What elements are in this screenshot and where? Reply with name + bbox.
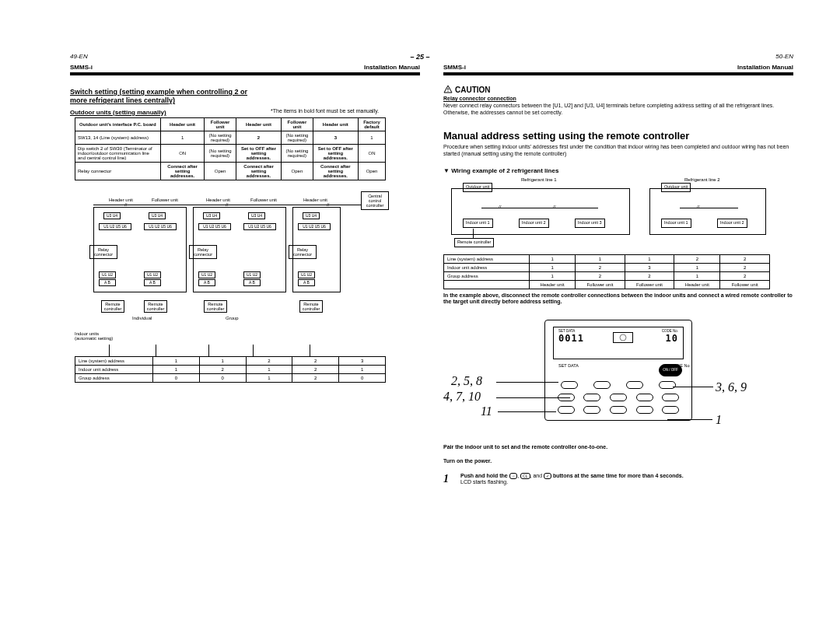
manual-label: Installation Manual bbox=[364, 64, 420, 71]
addr-cell: 1 bbox=[339, 365, 386, 373]
unit-label: Follower unit bbox=[250, 198, 277, 202]
addr-cell: 2 bbox=[576, 263, 625, 271]
remote-btn bbox=[593, 381, 611, 389]
codeno-label: CODE No. bbox=[662, 329, 678, 333]
addr-cell: 1 bbox=[674, 263, 720, 271]
remote-btn bbox=[583, 406, 600, 414]
smms-label: SMMS-i bbox=[443, 64, 466, 71]
page-top-num: 49-EN bbox=[70, 53, 88, 60]
onoff-button: ON / OFF bbox=[663, 368, 678, 372]
wiring-group: Outdoor unit Indoor unit 1 Indoor unit 2… bbox=[649, 188, 766, 235]
terminal-box: A B bbox=[198, 279, 215, 286]
settings-cell: (No setting required) bbox=[205, 144, 236, 162]
addr-cell: 1 bbox=[199, 356, 246, 365]
callout-c: 11 bbox=[481, 404, 492, 418]
addr-label: Group address bbox=[75, 373, 153, 382]
addr-label: Indoor unit address bbox=[75, 365, 153, 373]
terminal-box: U1 U2 U5 U6 bbox=[99, 223, 131, 230]
addr-cell: 3 bbox=[339, 356, 386, 365]
addr-cell: Header unit bbox=[530, 280, 576, 289]
relay-connector-box: Relay connector bbox=[289, 245, 317, 259]
outdoor-unit-box: Outdoor unit bbox=[463, 183, 492, 192]
header-rule bbox=[443, 72, 793, 75]
remote-btn bbox=[659, 381, 676, 389]
wiring-group: Outdoor unit Indoor unit 1 Indoor unit 2… bbox=[451, 188, 630, 235]
settings-cell: Open bbox=[358, 162, 385, 180]
indoor-unit-box: Indoor unit 2 bbox=[717, 219, 747, 228]
callout-b: 4, 7, 10 bbox=[443, 390, 481, 404]
remote-btn bbox=[662, 394, 679, 401]
indoor-unit-box: Indoor unit 3 bbox=[575, 219, 605, 228]
settings-label: Relay connector bbox=[75, 162, 161, 180]
svg-point-1 bbox=[448, 91, 449, 92]
remote-box: Remote controller bbox=[204, 300, 227, 313]
settings-header-row: Outdoor unit's interface P.C. board Head… bbox=[75, 117, 386, 131]
settings-label: Dip switch 2 of SW30 (Terminator of indo… bbox=[75, 144, 161, 162]
addr-cell: 2 bbox=[199, 365, 246, 373]
lcd-right-value: 10 bbox=[662, 333, 678, 344]
settings-row: SW13, 14 (Line (system) address) 1 (No s… bbox=[75, 131, 386, 144]
table-row: Line (system) address11122 bbox=[444, 254, 770, 263]
addr-cell: 0 bbox=[339, 373, 386, 382]
addr-cell: 0 bbox=[153, 373, 200, 382]
settings-cell: 2 bbox=[236, 131, 281, 144]
group-label: Group bbox=[226, 316, 239, 320]
remote-controller-box: Remote controller bbox=[454, 238, 494, 247]
smms-label: SMMS-i bbox=[70, 64, 93, 71]
addr-label: Group address bbox=[444, 271, 530, 280]
remote-btn bbox=[636, 406, 653, 414]
addr-cell: Follower unit bbox=[576, 280, 625, 289]
refrigerant-label: Refrigerant line 2 bbox=[684, 177, 720, 182]
indoor-note: Indoor units (automatic setting) bbox=[75, 331, 113, 341]
address-table: Line (system) address 1 1 2 2 3 Indoor u… bbox=[75, 356, 386, 383]
caution-paragraph: Never connect relay connectors between t… bbox=[443, 103, 774, 115]
terminal-box: U3 U4 bbox=[203, 212, 220, 219]
addr-label: Line (system) address bbox=[444, 254, 530, 263]
settings-hdr: Outdoor unit's interface P.C. board bbox=[75, 117, 161, 131]
terminal-box: U1 U2 U5 U6 bbox=[198, 223, 231, 230]
table-row: Indoor unit address 1 2 1 2 1 bbox=[75, 365, 386, 373]
addr-cell: 0 bbox=[199, 373, 246, 382]
settings-cell: Open bbox=[282, 162, 313, 180]
button-icon: CL bbox=[520, 473, 530, 479]
addr-cell: 1 bbox=[530, 271, 576, 280]
addr-cell: Follower unit bbox=[720, 280, 770, 289]
remote-lcd: SET DATA 0011 CODE No. 10 bbox=[553, 327, 684, 359]
right-section-body: Procedure when setting indoor units' add… bbox=[443, 144, 793, 158]
terminal-box: U1 U2 bbox=[144, 271, 161, 278]
step-body: Push and hold the ☼, CL, and ✓ buttons a… bbox=[460, 473, 684, 485]
addr-cell: 1 bbox=[153, 356, 200, 365]
caution-subtitle: Relay connector connection bbox=[443, 96, 516, 101]
table-row: Indoor unit address12312 bbox=[444, 263, 770, 271]
left-title-note: *The items in bold font must be set manu… bbox=[271, 108, 379, 114]
indoor-unit-box: Indoor unit 2 bbox=[519, 219, 549, 228]
addr-cell: 2 bbox=[246, 356, 292, 365]
terminal-box: A B bbox=[144, 279, 161, 286]
refrigerant-label: Refrigerant line 1 bbox=[521, 177, 557, 182]
callout-e: 1 bbox=[716, 413, 722, 427]
settings-cell: 3 bbox=[313, 131, 358, 144]
settings-cell: Connect after setting addresses. bbox=[236, 162, 281, 180]
settings-cell: ON bbox=[160, 144, 204, 162]
table-row: Line (system) address 1 1 2 2 3 bbox=[75, 356, 386, 365]
warning-icon bbox=[443, 85, 453, 94]
terminal-box: U3 U4 bbox=[103, 212, 121, 219]
setdata-tiny: SET DATA bbox=[558, 363, 579, 368]
remote-body: SET DATA 0011 CODE No. 10 ON / OFF bbox=[544, 320, 692, 421]
addr-label: Indoor unit address bbox=[444, 263, 530, 271]
relay-connector-box: Relay connector bbox=[89, 245, 117, 259]
terminal-box: U1 U2 bbox=[99, 271, 116, 278]
left-page: 49-EN SMMS-i Installation Manual Switch … bbox=[70, 54, 420, 599]
terminal-box: U3 U4 bbox=[303, 212, 320, 219]
step-tail: LCD starts flashing. bbox=[460, 479, 508, 485]
table-row: Header unitFollower unitFollower unitHea… bbox=[444, 280, 770, 289]
callout-a: 2, 5, 8 bbox=[451, 374, 482, 388]
settings-hdr: Follower unit bbox=[282, 117, 313, 131]
indoor-unit-box: Indoor unit 1 bbox=[463, 219, 493, 228]
remote-btn bbox=[636, 394, 653, 401]
table-row: Group address 0 0 1 2 0 bbox=[75, 373, 386, 382]
settings-label: SW13, 14 (Line (system) address) bbox=[75, 131, 161, 144]
unit-group: U3 U4 U1 U2 U5 U6 Relay connector U1 U2 … bbox=[292, 207, 341, 292]
settings-cell: Connect after setting addresses. bbox=[313, 162, 358, 180]
indoor-unit-box: Indoor unit 1 bbox=[661, 219, 691, 228]
